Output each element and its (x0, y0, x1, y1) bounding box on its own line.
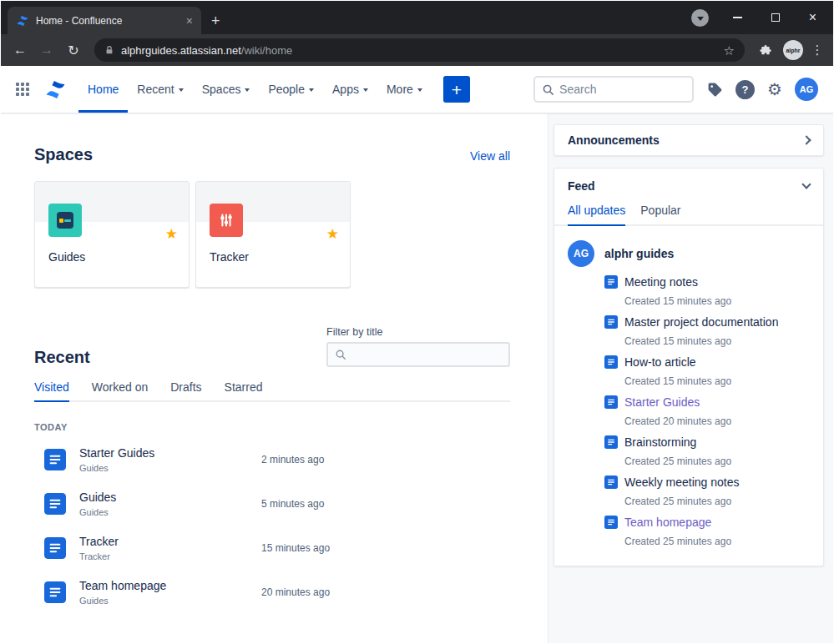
app-switcher-icon[interactable] (13, 79, 33, 99)
space-name[interactable]: Tracker (210, 250, 249, 264)
user-avatar[interactable]: AG (795, 78, 818, 101)
recent-item-title[interactable]: Team homepage (79, 579, 261, 592)
feed-item-meta: Created 20 minutes ago (624, 415, 810, 427)
space-cards: ★ Guides ★ Tracker (34, 181, 510, 288)
close-window-button[interactable]: × (794, 1, 831, 34)
filter-title-field[interactable] (326, 342, 510, 367)
space-card-tracker[interactable]: ★ Tracker (195, 181, 351, 288)
feed-body: AG alphr guides Meeting notes (554, 226, 823, 566)
feed-item-row: Meeting notes (604, 275, 810, 289)
browser-tab[interactable]: Home - Confluence × (8, 7, 201, 34)
feed-tab-popular[interactable]: Popular (640, 204, 680, 226)
recent-item[interactable]: Tracker Tracker 15 minutes ago (34, 526, 510, 571)
maximize-button[interactable] (756, 1, 794, 34)
tab-close-icon[interactable]: × (186, 15, 193, 27)
filter-title-input[interactable] (351, 348, 502, 361)
settings-gear-icon[interactable]: ⚙ (767, 81, 782, 98)
recent-item[interactable]: Guides Guides 5 minutes ago (34, 482, 510, 526)
feed-item-row: Starter Guides (604, 395, 810, 409)
feed-item: Weekly meeting notes Created 25 minutes … (604, 475, 810, 507)
global-search-box[interactable] (533, 76, 694, 103)
feed-item-title[interactable]: Weekly meeting notes (624, 475, 739, 489)
recent-item-title[interactable]: Starter Guides (79, 446, 261, 460)
star-icon[interactable]: ★ (165, 227, 178, 241)
space-card-guides[interactable]: ★ Guides (34, 181, 190, 288)
recent-item-text: Starter Guides Guides (79, 446, 261, 473)
nav-item-spaces[interactable]: Spaces (193, 66, 260, 113)
feed-author-row: AG alphr guides (568, 240, 810, 267)
recent-item[interactable]: Starter Guides Guides 2 minutes ago (34, 438, 510, 482)
search-icon (335, 349, 346, 360)
confluence-logo-icon[interactable] (44, 78, 67, 101)
browser-window: Home - Confluence × + × ← → ↻ alphrguide… (0, 0, 834, 644)
feed-item-title[interactable]: Starter Guides (624, 395, 700, 409)
nav-item-home[interactable]: Home (78, 66, 128, 113)
recent-item-title[interactable]: Guides (79, 491, 261, 504)
chevron-down-icon[interactable] (801, 179, 811, 189)
tab-starred[interactable]: Starred (225, 380, 263, 402)
tab-title: Home - Confluence (36, 15, 179, 27)
address-bar[interactable]: alphrguides.atlassian.net/wiki/home ☆ (94, 38, 745, 62)
reload-button[interactable]: ↻ (61, 38, 86, 63)
recent-item-space: Guides (79, 596, 261, 606)
extensions-puzzle-icon[interactable] (753, 38, 778, 63)
feed-item: Team homepage Created 25 minutes ago (604, 516, 810, 547)
feed-item-title[interactable]: Master project documentation (624, 315, 778, 329)
recent-item[interactable]: Team homepage Guides 20 minutes ago (34, 571, 510, 615)
feed-items-list: Meeting notes Created 15 minutes ago (604, 275, 810, 547)
recent-item-time: 2 minutes ago (261, 454, 510, 465)
tab-visited[interactable]: Visited (34, 380, 69, 402)
feed-item-meta: Created 15 minutes ago (624, 295, 810, 307)
bookmark-star-icon[interactable]: ☆ (724, 44, 735, 57)
page-icon (44, 581, 66, 603)
tab-drafts[interactable]: Drafts (170, 380, 201, 402)
feed-item-title[interactable]: Meeting notes (624, 275, 698, 289)
page-icon (604, 275, 618, 289)
url-domain: alphrguides.atlassian.net (121, 44, 241, 57)
nav-item-recent[interactable]: Recent (128, 66, 192, 113)
search-input[interactable] (559, 83, 685, 96)
browser-profile-circle-button[interactable] (681, 1, 719, 34)
back-button[interactable]: ← (8, 38, 33, 63)
search-icon (542, 83, 554, 96)
help-icon[interactable]: ? (735, 80, 755, 99)
recent-item-text: Tracker Tracker (79, 535, 261, 561)
recent-tabs: Visited Worked on Drafts Starred (34, 380, 510, 402)
nav-item-more[interactable]: More (377, 66, 432, 113)
recent-item-title[interactable]: Tracker (79, 535, 261, 548)
announcements-card[interactable]: Announcements (553, 124, 824, 156)
feed-tab-all-updates[interactable]: All updates (568, 204, 625, 226)
tab-worked-on[interactable]: Worked on (92, 380, 148, 402)
feed-item-title[interactable]: How-to article (624, 355, 696, 369)
nav-home-label: Home (88, 83, 119, 96)
tag-icon[interactable] (707, 82, 723, 98)
author-name[interactable]: alphr guides (604, 247, 674, 260)
chevron-right-icon[interactable] (801, 135, 811, 144)
feed-item-meta: Created 25 minutes ago (624, 496, 810, 507)
view-all-link[interactable]: View all (470, 149, 510, 163)
feed-item: Starter Guides Created 20 minutes ago (604, 395, 810, 427)
create-button[interactable]: + (443, 76, 470, 103)
page-icon (604, 516, 618, 529)
space-name[interactable]: Guides (48, 250, 85, 264)
lock-icon (104, 45, 114, 55)
author-avatar[interactable]: AG (568, 240, 594, 267)
feed-header[interactable]: Feed (554, 169, 823, 202)
feed-item-title[interactable]: Team homepage (624, 516, 711, 529)
spaces-section-header: Spaces View all (34, 145, 510, 164)
forward-button[interactable]: → (34, 38, 59, 63)
close-icon: × (809, 11, 816, 24)
browser-menu-icon[interactable]: ⋮ (808, 43, 826, 58)
nav-item-apps[interactable]: Apps (323, 66, 377, 113)
feed-item-title[interactable]: Brainstorming (624, 435, 696, 449)
star-icon[interactable]: ★ (326, 227, 339, 241)
feed-tabs: All updates Popular (554, 202, 823, 226)
nav-item-people[interactable]: People (259, 66, 323, 113)
minimize-button[interactable] (719, 1, 756, 34)
feed-item: Master project documentation Created 15 … (604, 315, 810, 347)
chevron-down-icon (417, 88, 422, 92)
nav-more-label: More (387, 83, 413, 96)
browser-profile-avatar[interactable]: alphr (783, 40, 803, 60)
feed-item: Brainstorming Created 25 minutes ago (604, 435, 810, 467)
new-tab-button[interactable]: + (211, 13, 220, 28)
